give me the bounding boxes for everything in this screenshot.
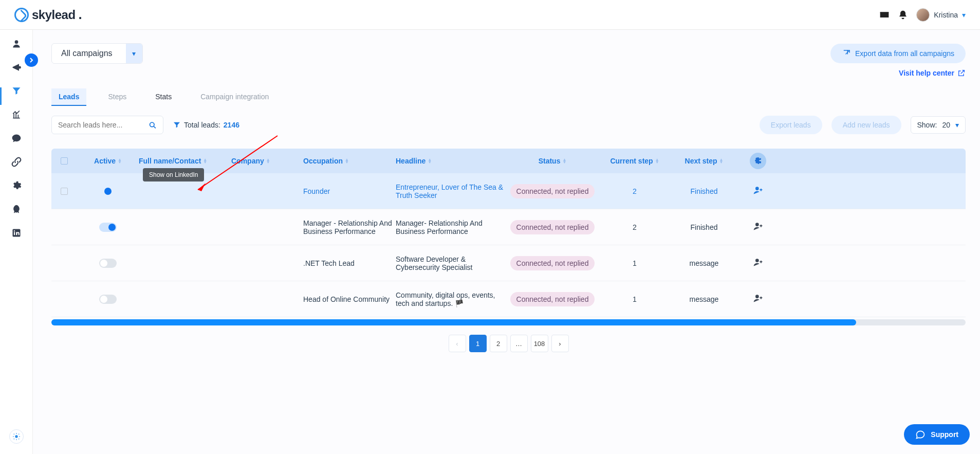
- active-toggle[interactable]: [99, 259, 117, 268]
- sidebar-item-integrations[interactable]: [11, 156, 22, 168]
- col-current-step[interactable]: Current step▲▼: [601, 157, 668, 165]
- add-connection-icon[interactable]: [753, 257, 763, 269]
- add-new-leads-button[interactable]: Add new leads: [831, 116, 901, 134]
- linkedin-tooltip: Show on LinkedIn: [143, 168, 204, 181]
- sidebar-item-profile[interactable]: [11, 38, 22, 49]
- pagination: ‹ 1 2 … 108 ›: [51, 335, 966, 352]
- sidebar-item-settings[interactable]: [11, 180, 22, 191]
- brand-logo[interactable]: skylead.: [14, 7, 82, 23]
- support-button[interactable]: Support: [904, 424, 970, 445]
- username: Kristina: [934, 11, 958, 19]
- lead-occupation: Manager - Relationship And Business Perf…: [303, 219, 396, 235]
- lead-headline: Manager- Relationship And Business Perfo…: [396, 219, 504, 235]
- export-data-label: Export data from all campaigns: [855, 49, 954, 58]
- lead-headline: Community, digital ops, events, tech and…: [396, 291, 504, 307]
- search-leads-input[interactable]: [51, 116, 163, 134]
- mail-icon[interactable]: [879, 10, 890, 20]
- page-1-button[interactable]: 1: [469, 335, 487, 352]
- col-occupation[interactable]: Occupation▲▼: [303, 157, 396, 165]
- col-active[interactable]: Active▲▼: [77, 157, 139, 165]
- sidebar-item-boost[interactable]: [11, 204, 22, 215]
- svg-point-5: [150, 122, 155, 127]
- total-leads-value: 2146: [224, 121, 239, 129]
- page-2-button[interactable]: 2: [490, 335, 507, 352]
- show-value: 20: [942, 121, 950, 129]
- sidebar-active-indicator: [0, 87, 2, 105]
- lead-occupation: .NET Tech Lead: [303, 259, 396, 267]
- col-headline[interactable]: Headline▲▼: [396, 157, 504, 165]
- page-next-button[interactable]: ›: [551, 335, 569, 352]
- current-step: 2: [601, 223, 668, 231]
- export-data-button[interactable]: Export data from all campaigns: [830, 44, 966, 63]
- sidebar-item-campaigns[interactable]: [11, 62, 22, 73]
- help-center-link[interactable]: Visit help center: [899, 69, 966, 77]
- status-badge: Connected, not replied: [510, 292, 595, 306]
- page-prev-button[interactable]: ‹: [449, 335, 466, 352]
- tab-leads[interactable]: Leads: [51, 88, 86, 106]
- current-step: 1: [601, 295, 668, 303]
- sidebar-item-chat[interactable]: [11, 133, 22, 144]
- total-leads-label: Total leads:: [184, 121, 220, 129]
- sidebar-item-reports[interactable]: [11, 109, 22, 120]
- caret-down-icon: ▾: [955, 121, 959, 129]
- table-row[interactable]: Manager - Relationship And Business Perf…: [51, 209, 966, 245]
- search-input-field[interactable]: [58, 121, 148, 129]
- lead-headline: Software Developer & Cybersecurity Speci…: [396, 255, 504, 271]
- sidebar-expand-button[interactable]: [25, 53, 38, 67]
- tab-stats[interactable]: Stats: [148, 88, 179, 106]
- active-toggle[interactable]: [99, 223, 117, 232]
- status-badge: Connected, not replied: [510, 256, 595, 270]
- horizontal-scrollbar[interactable]: [51, 319, 966, 325]
- status-badge: Connected, not replied: [510, 220, 595, 234]
- current-step: 2: [601, 187, 668, 195]
- add-connection-icon[interactable]: [753, 221, 763, 233]
- svg-point-8: [755, 259, 759, 262]
- caret-down-icon: ▾: [126, 44, 142, 63]
- tab-campaign-integration[interactable]: Campaign integration: [193, 88, 276, 106]
- user-menu[interactable]: Kristina ▾: [916, 8, 966, 22]
- lead-headline[interactable]: Entrepreneur, Lover of The Sea & Truth S…: [396, 183, 503, 199]
- tab-steps[interactable]: Steps: [101, 88, 134, 106]
- lead-occupation[interactable]: Founder: [303, 187, 330, 195]
- active-toggle[interactable]: [99, 295, 117, 304]
- col-company[interactable]: Company▲▼: [231, 157, 303, 165]
- svg-point-0: [14, 40, 18, 44]
- svg-point-9: [755, 295, 759, 298]
- select-all-checkbox[interactable]: [61, 157, 68, 165]
- svg-point-7: [755, 223, 759, 226]
- row-checkbox[interactable]: [61, 188, 68, 195]
- tabs: Leads Steps Stats Campaign integration: [51, 88, 966, 106]
- svg-point-4: [15, 435, 17, 438]
- export-leads-button[interactable]: Export leads: [760, 116, 822, 134]
- next-step: message: [668, 259, 740, 267]
- add-connection-icon[interactable]: [753, 293, 763, 305]
- main-panel: All campaigns ▾ Export data from all cam…: [33, 30, 980, 454]
- page-last-button[interactable]: 108: [531, 335, 548, 352]
- help-center-label: Visit help center: [899, 69, 954, 77]
- col-status[interactable]: Status▲▼: [504, 157, 601, 165]
- next-step: Finished: [668, 187, 740, 195]
- status-badge: Connected, not replied: [510, 184, 595, 198]
- col-next-step[interactable]: Next step▲▼: [668, 157, 740, 165]
- table-row[interactable]: Head of Online CommunityCommunity, digit…: [51, 281, 966, 317]
- campaign-selector[interactable]: All campaigns ▾: [51, 43, 143, 64]
- col-name[interactable]: Full name/Contact▲▼: [139, 157, 231, 165]
- svg-point-6: [755, 187, 759, 190]
- bell-icon[interactable]: [898, 10, 908, 20]
- support-label: Support: [931, 430, 958, 439]
- page-dots: …: [510, 335, 528, 352]
- table-row[interactable]: .NET Tech LeadSoftware Developer & Cyber…: [51, 245, 966, 281]
- avatar: [916, 8, 930, 22]
- sidebar-item-linkedin[interactable]: [11, 227, 22, 239]
- lead-occupation: Head of Online Community: [303, 295, 396, 303]
- puzzle-icon[interactable]: [750, 153, 766, 169]
- search-icon: [148, 120, 157, 130]
- page-size-selector[interactable]: Show: 20 ▾: [911, 116, 966, 134]
- sidebar-item-leads[interactable]: [11, 85, 22, 97]
- brand-logo-mark: [14, 8, 29, 22]
- svg-point-3: [13, 230, 14, 231]
- next-step: message: [668, 295, 740, 303]
- add-connection-icon[interactable]: [753, 185, 763, 197]
- active-indicator[interactable]: [104, 188, 112, 195]
- theme-toggle-button[interactable]: [9, 429, 24, 444]
